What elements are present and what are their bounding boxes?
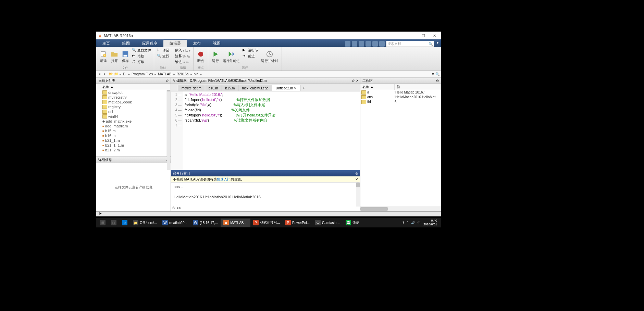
qat-icon[interactable] xyxy=(345,41,350,47)
tray-notif-icon[interactable]: ⟫ xyxy=(402,221,404,224)
findfiles-button[interactable]: 🔍查找文件 xyxy=(131,48,152,53)
tab-editor[interactable]: 编辑器 xyxy=(163,40,187,47)
code-area[interactable]: a='Hello Matlab 2016.';fid=fopen('hello.… xyxy=(183,91,360,170)
save-button[interactable]: 保存 xyxy=(120,48,131,66)
file-item[interactable]: registry xyxy=(96,104,171,109)
ws-col-name[interactable]: 名称 ▲ xyxy=(360,84,395,90)
quickstart-link[interactable]: 快速入门 xyxy=(217,177,231,181)
file-item[interactable]: win64 xyxy=(96,114,171,119)
path-dropdown[interactable]: ▼ xyxy=(431,72,435,76)
taskbar-item[interactable]: e xyxy=(119,219,130,227)
file-item[interactable]: b16.m xyxy=(96,133,171,138)
back-button[interactable]: ◄ xyxy=(98,72,102,77)
path-seg[interactable]: bin xyxy=(193,72,199,76)
print-button[interactable]: 🖨打印 xyxy=(131,59,152,65)
taskbar-item[interactable]: ⊞ xyxy=(97,219,108,227)
tab-apps[interactable]: 应用程序 xyxy=(136,40,163,47)
search-icon: 🔍 xyxy=(429,42,433,46)
goto-button[interactable]: ⤵转至 xyxy=(156,48,170,53)
taskbar-item[interactable]: ⬭Camtasia ... xyxy=(312,219,343,227)
editor-tab[interactable]: Untitled2.m ✕ xyxy=(272,85,300,91)
editor-tab[interactable]: b16.m xyxy=(205,85,222,91)
workspace-variable[interactable]: a'Hello Matlab 2016.' xyxy=(360,90,441,95)
editor-tab[interactable]: b15.m xyxy=(222,85,239,91)
workspace-variable[interactable]: fid6 xyxy=(360,100,441,104)
file-item[interactable]: matlab16book xyxy=(96,100,171,104)
file-item[interactable]: b21_2.m xyxy=(96,148,171,152)
command-scrollbar[interactable] xyxy=(356,183,360,207)
minimize-button[interactable]: — xyxy=(407,33,418,39)
help-icon[interactable] xyxy=(379,41,385,47)
file-item[interactable]: b21_1.m xyxy=(96,138,171,143)
comment-button[interactable]: 注释 % ‰ xyxy=(174,53,191,59)
forward-button[interactable]: ► xyxy=(103,72,108,77)
breakpoints-button[interactable]: 断点 xyxy=(196,48,206,66)
taskbar-item[interactable]: W(matlab20... xyxy=(160,219,190,227)
up-button[interactable]: 📂 xyxy=(109,72,113,77)
taskbar-item[interactable]: P格式化读写... xyxy=(250,219,283,227)
fx-icon[interactable]: fx xyxy=(172,205,175,211)
tray-net-icon[interactable]: 🔊 xyxy=(411,221,415,224)
qat-icon[interactable] xyxy=(359,41,364,47)
path-search-icon[interactable]: 🔍 xyxy=(435,72,439,76)
indent-button[interactable]: 缩进 ⇥ ⇤ xyxy=(174,59,191,65)
path-drive[interactable]: D: xyxy=(122,72,127,76)
editor-tab[interactable]: mex_calcMul.cpp xyxy=(238,85,272,91)
tray-clock[interactable]: 0:40 2018/8/31 xyxy=(423,219,437,226)
find-button[interactable]: 🔍查找 xyxy=(156,53,170,59)
taskbar-item[interactable]: PPowerPoi... xyxy=(283,219,312,227)
runsection-button[interactable]: ▶运行节 xyxy=(242,48,259,53)
file-item[interactable]: b21_1_1.m xyxy=(96,143,171,148)
run-button[interactable]: 运行 xyxy=(210,48,221,66)
compare-button[interactable]: ⇄比较 xyxy=(131,53,152,59)
file-item[interactable]: add_matrix.m xyxy=(96,124,171,128)
editor-tab[interactable]: matrix_det.m xyxy=(178,85,205,91)
editor-menu-icon[interactable]: ⊙ xyxy=(352,79,355,83)
qat-icon[interactable] xyxy=(372,41,378,47)
banner-close-icon[interactable]: ✕ xyxy=(355,177,358,181)
workspace-menu-icon[interactable]: ⊙ xyxy=(436,79,439,83)
command-body[interactable]: ans = HelloMatlab2016.HelloMatlab2016.He… xyxy=(171,183,360,211)
new-tab-button[interactable]: + xyxy=(300,85,308,91)
taskbar-item[interactable]: W(15,16,17,... xyxy=(190,219,221,227)
tray-ime-icon[interactable]: 中 xyxy=(418,221,421,225)
open-button[interactable]: 打开 xyxy=(109,48,120,66)
ribbon-collapse[interactable]: ▾ xyxy=(435,41,439,47)
qat-icon[interactable] xyxy=(366,41,371,47)
taskbar-item[interactable]: 📁C:\Users\... xyxy=(130,219,160,227)
tray-up-icon[interactable]: ^ xyxy=(407,221,408,224)
close-button[interactable]: ✕ xyxy=(429,33,439,39)
file-item[interactable]: add_matrix.exe xyxy=(96,119,171,124)
tab-publish[interactable]: 发布 xyxy=(187,40,207,47)
runadvance-button[interactable]: 运行并前进 xyxy=(221,48,241,66)
new-button[interactable]: + 新建 xyxy=(98,48,109,66)
file-item[interactable]: m3iregistry xyxy=(96,95,171,100)
tab-home[interactable]: 主页 xyxy=(96,40,116,47)
insert-button[interactable]: 插入 ▾ fx ▾ xyxy=(174,48,191,53)
search-docs[interactable]: 搜索文档 🔍 xyxy=(386,41,434,47)
path-seg[interactable]: MATLAB xyxy=(157,72,172,76)
qat-icon[interactable] xyxy=(352,41,357,47)
editor-body[interactable]: 1 —2 —3 —4 —5 —6 —7 — a='Hello Matlab 20… xyxy=(171,91,360,170)
taskbar-item[interactable]: 💬微信 xyxy=(343,219,362,227)
ws-col-value[interactable]: 值 xyxy=(395,84,441,90)
panel-menu-icon[interactable]: ⊙ xyxy=(166,79,169,83)
taskbar-item[interactable]: ◆MATLAB ... xyxy=(221,219,250,227)
tab-view[interactable]: 视图 xyxy=(207,40,227,47)
workspace-variable[interactable]: ans'HelloMatlab2016.HelloMatl xyxy=(360,95,441,100)
taskbar-item[interactable]: ◻ xyxy=(108,219,119,227)
advance-button[interactable]: ⇥前进 xyxy=(242,53,259,59)
file-item[interactable]: util xyxy=(96,109,171,114)
editor-close-icon[interactable]: ✕ xyxy=(356,79,359,83)
editor-scrollbar[interactable] xyxy=(167,91,170,170)
workspace-scrollbar-h[interactable] xyxy=(360,207,441,211)
maximize-button[interactable]: ☐ xyxy=(418,33,429,39)
file-item[interactable]: b15.m xyxy=(96,128,171,133)
runtime-button[interactable]: 运行并计时 xyxy=(260,48,280,66)
path-seg[interactable]: R2016a xyxy=(176,72,190,76)
file-item[interactable]: drawplot xyxy=(96,90,171,95)
tab-plots[interactable]: 绘图 xyxy=(116,40,136,47)
path-seg[interactable]: Program Files xyxy=(131,72,154,76)
command-menu-icon[interactable]: ⊙ xyxy=(355,172,358,175)
file-list-header[interactable]: 名称 ▲ xyxy=(96,84,171,90)
